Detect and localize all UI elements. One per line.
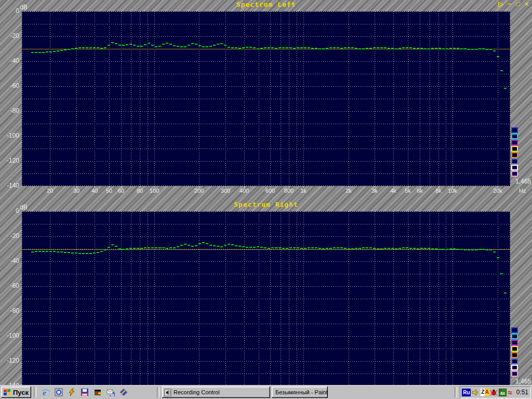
legend-swatch[interactable] [511, 158, 518, 164]
x-tick-label: 8k [435, 188, 442, 194]
x-tick-label: 3k [371, 188, 378, 194]
system-monitor-icon[interactable]: 4x [499, 389, 507, 396]
y-tick-label: -140 [0, 182, 19, 189]
minimize-icon[interactable]: − [506, 0, 513, 8]
close-icon[interactable]: × [523, 0, 530, 8]
y-tick-label: 0 [0, 7, 19, 15]
maximize-icon[interactable]: □ [514, 0, 521, 8]
y-axis-unit-label: dB [20, 204, 28, 211]
x-tick-label: 4k [390, 188, 396, 194]
x-tick-label: 5k [405, 188, 411, 194]
x-tick-label: 200 [194, 188, 204, 194]
spectrum-left-plot[interactable] [22, 11, 510, 186]
legend-swatch[interactable] [511, 365, 518, 370]
x-tick-label: 100 [150, 188, 159, 194]
y-tick-label: -40 [0, 257, 19, 264]
legend-swatch[interactable] [511, 146, 518, 152]
y-tick-label: -120 [0, 357, 19, 364]
x-tick-label: 1k [300, 188, 307, 194]
y-tick-label: -80 [0, 107, 19, 114]
taskbar-window-label: Безымянный - Paint [275, 389, 328, 395]
legend-swatch[interactable] [511, 352, 518, 358]
spectrum-left-panel: Spectrum Left dB 0-20-40-60-80-100-120-1… [0, 0, 532, 200]
mail-sync-icon[interactable] [106, 388, 115, 397]
legend-swatch[interactable] [511, 165, 518, 170]
desktop: ▷ − □ × Spectrum Left dB 0-20-40-60-80-1… [0, 0, 532, 399]
shade-triangle-icon[interactable]: ▷ [497, 0, 504, 8]
utility-icon[interactable] [93, 388, 102, 397]
x-tick-label: 600 [265, 188, 275, 194]
legend-swatch[interactable] [511, 327, 518, 333]
start-button[interactable]: Пуск [1, 387, 31, 398]
taskbar-divider [34, 387, 36, 397]
taskbar-window-label: Recording Control [174, 389, 220, 395]
volume-tray-icon[interactable] [472, 389, 480, 396]
media-viewer-icon[interactable] [54, 388, 63, 397]
x-tick-label: 6k [417, 188, 423, 194]
legend-swatch[interactable] [511, 346, 518, 352]
legend-swatch[interactable] [511, 134, 518, 139]
spectrum-right-plot[interactable] [22, 211, 510, 386]
taskbar-divider [157, 387, 159, 397]
x-axis-unit-label: Hz [519, 188, 526, 194]
internet-explorer-icon[interactable]: e [41, 388, 50, 397]
y-tick-label: -80 [0, 307, 19, 314]
y-tick-label: -40 [0, 57, 19, 64]
y-tick-label: 0 [0, 207, 19, 215]
y-tick-label: -100 [0, 332, 19, 339]
plot-title: Spectrum Left [0, 1, 532, 8]
quick-launch-bar: e [39, 388, 154, 397]
modem-wave-icon[interactable]: ≈ [508, 389, 512, 396]
trace-color-legend [511, 127, 518, 177]
trace-color-legend [511, 327, 518, 377]
floppy-disk-icon[interactable] [80, 388, 89, 397]
legend-swatch[interactable] [511, 152, 518, 158]
x-tick-label: 2k [345, 188, 352, 194]
antivirus-icon[interactable] [490, 389, 498, 396]
legend-swatch[interactable] [511, 358, 518, 364]
spectrum-right-panel: Spectrum Right dB 0-20-40-60-80-100-120-… [0, 200, 532, 399]
taskbar: Пуск e [0, 385, 532, 399]
window-controls: ▷ − □ × [497, 0, 530, 8]
windows-logo-icon [3, 389, 11, 396]
y-tick-label: -120 [0, 157, 19, 164]
y-tick-label: -60 [0, 282, 19, 289]
legend-swatch[interactable] [511, 371, 518, 377]
legend-swatch[interactable] [511, 127, 518, 133]
x-tick-label: 400 [240, 188, 249, 194]
taskbar-window-recording-control[interactable]: Recording Control [162, 387, 270, 398]
language-indicator[interactable]: Ru [462, 389, 471, 396]
y-tick-label: -20 [0, 232, 19, 240]
svg-text:4x: 4x [500, 391, 506, 396]
x-tick-label: 20k [493, 188, 502, 194]
y-tick-label: -20 [0, 32, 19, 39]
y-axis-unit-label: dB [20, 4, 28, 11]
x-tick-label: 60 [118, 188, 124, 194]
taskbar-divider [455, 387, 457, 397]
x-tick-label: 10k [448, 188, 457, 194]
taskbar-window-paint[interactable]: Безымянный - Paint [272, 387, 328, 398]
cursor-value: 1,465 [510, 178, 531, 185]
x-tick-label: 50 [106, 188, 112, 194]
x-tick-label: 300 [221, 188, 230, 194]
legend-swatch[interactable] [511, 340, 518, 345]
x-tick-label: 800 [284, 188, 294, 194]
x-tick-label: 40 [91, 188, 98, 194]
start-button-label: Пуск [13, 389, 29, 396]
x-tick-label: 30 [73, 188, 79, 194]
notes-icon[interactable] [119, 388, 128, 397]
cursor-value: 1,465 [510, 378, 531, 385]
system-tray: Ru ZA [460, 386, 531, 398]
y-tick-label: -100 [0, 132, 19, 139]
legend-swatch[interactable] [511, 171, 518, 177]
translator-icon[interactable]: ZA [481, 389, 489, 396]
y-tick-label: -60 [0, 82, 19, 89]
legend-swatch[interactable] [511, 334, 518, 339]
x-tick-label: 80 [137, 188, 143, 194]
plot-title: Spectrum Right [0, 201, 532, 208]
winamp-icon[interactable] [67, 388, 76, 397]
taskbar-clock[interactable]: 0:51 [516, 389, 528, 396]
volume-control-icon [164, 389, 172, 396]
x-tick-label: 20 [47, 188, 53, 194]
legend-swatch[interactable] [511, 140, 518, 145]
